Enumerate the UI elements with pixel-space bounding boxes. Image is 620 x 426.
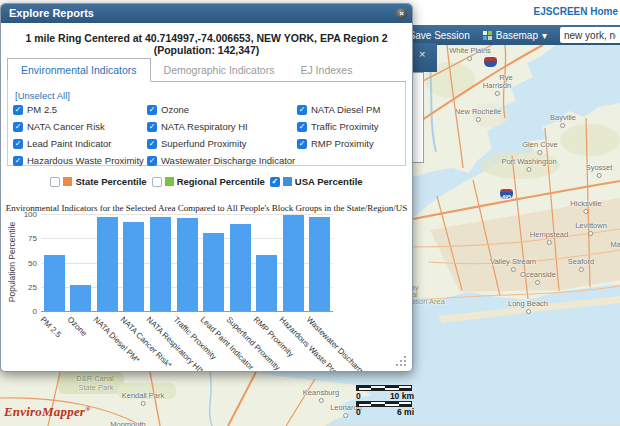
legend-checkbox[interactable] (152, 177, 162, 187)
legend-item: Regional Percentile (152, 176, 265, 187)
legend-label: State Percentile (75, 176, 146, 187)
x-axis-label: Ozone (65, 315, 88, 338)
y-axis-tick: 0 (17, 307, 37, 316)
legend-checkbox[interactable] (50, 177, 60, 187)
y-axis-label: Population Percentile (7, 217, 17, 307)
indicator-label: NATA Cancer Risk (27, 121, 105, 132)
chart-bar (256, 255, 277, 311)
scale-bar-mi (356, 401, 412, 407)
x-axis-label: Wastewater Discharge Indicator (304, 315, 390, 372)
indicator-label: Hazardous Waste Proximity (27, 155, 144, 166)
chart-bar (203, 233, 224, 311)
chart-bar (123, 222, 144, 311)
basemap-icon (483, 31, 492, 40)
x-axis-label: NATA Diesel PM* (92, 315, 142, 365)
tab-ej-indexes[interactable]: EJ Indexes (287, 59, 365, 81)
indicator-checkbox[interactable]: ✓ (147, 156, 157, 166)
background-panel-header: × (413, 43, 437, 72)
indicator-checkbox[interactable]: ✓ (297, 139, 307, 149)
indicator-panel: [Unselect All] ✓PM 2.5✓Ozone✓NATA Diesel… (7, 82, 406, 166)
indicator-checkbox[interactable]: ✓ (297, 105, 307, 115)
legend-item: State Percentile (50, 176, 146, 187)
indicator-grid: ✓PM 2.5✓Ozone✓NATA Diesel PM✓NATA Cancer… (13, 104, 400, 166)
basemap-button[interactable]: Basemap ▾ (483, 30, 547, 41)
resize-grip-icon[interactable] (404, 356, 406, 358)
chart-bar (177, 218, 198, 311)
legend-label: Regional Percentile (177, 176, 265, 187)
indicator-label: Wastewater Discharge Indicator (161, 155, 295, 166)
indicator-checkbox[interactable]: ✓ (147, 105, 157, 115)
y-axis-tick: 100 (17, 210, 37, 219)
indicator-checkbox[interactable]: ✓ (13, 156, 23, 166)
indicator-checkbox[interactable]: ✓ (13, 122, 23, 132)
chart-title: Environmental Indicators for the Selecte… (1, 203, 412, 213)
indicator-item: ✓Wastewater Discharge Indicator (147, 155, 297, 166)
indicator-item: ✓NATA Respiratory HI (147, 121, 297, 132)
legend-swatch (63, 177, 72, 186)
ejscreen-home-link[interactable]: EJSCREEN Home (534, 6, 618, 17)
indicator-label: Traffic Proximity (311, 121, 379, 132)
enviromapper-logo: EnviroMapper® (4, 404, 91, 420)
indicator-item: ✓NATA Cancer Risk (13, 121, 147, 132)
indicator-item: ✓Ozone (147, 104, 297, 115)
tab-environmental-indicators[interactable]: Environmental Indicators (7, 58, 151, 82)
report-subtitle: 1 mile Ring Centered at 40.714997,-74.00… (1, 32, 412, 56)
scale-km-start: 0 (356, 391, 361, 401)
chart-plot: 0255075100PM 2.5OzoneNATA Diesel PM*NATA… (41, 214, 333, 311)
legend-label: USA Percentile (295, 176, 363, 187)
chart-bar (230, 224, 251, 311)
chart-bar (150, 217, 171, 311)
chart-bar (97, 217, 118, 311)
indicator-checkbox[interactable]: ✓ (13, 105, 23, 115)
chart-bar (309, 217, 330, 311)
dialog-titlebar[interactable]: Explore Reports × (1, 4, 412, 23)
tabs: Environmental IndicatorsDemographic Indi… (7, 58, 406, 82)
indicator-checkbox[interactable]: ✓ (13, 139, 23, 149)
indicator-label: Superfund Proximity (161, 138, 247, 149)
y-axis-tick: 25 (17, 283, 37, 292)
indicator-item: ✓Traffic Proximity (297, 121, 400, 132)
scale-km-end: 10 km (390, 391, 414, 401)
indicator-item: ✓NATA Diesel PM (297, 104, 400, 115)
y-axis-tick: 75 (17, 234, 37, 243)
chart-bar (283, 215, 304, 311)
indicator-item: ✓PM 2.5 (13, 104, 147, 115)
scale-mi-start: 0 (356, 407, 361, 417)
indicator-checkbox[interactable]: ✓ (147, 122, 157, 132)
indicator-label: Lead Paint Indicator (27, 138, 112, 149)
legend-swatch (283, 177, 292, 186)
indicator-label: NATA Respiratory HI (161, 121, 248, 132)
registered-mark: ® (85, 405, 90, 413)
x-axis-label: PM 2.5 (39, 315, 63, 339)
legend-swatch (165, 177, 174, 186)
chart-bar (44, 255, 65, 311)
legend-checkbox[interactable]: ✓ (270, 177, 280, 187)
indicator-label: NATA Diesel PM (311, 104, 380, 115)
indicator-label: Ozone (161, 104, 189, 115)
close-icon[interactable]: × (419, 48, 425, 60)
explore-reports-dialog: Explore Reports × 1 mile Ring Centered a… (0, 3, 413, 372)
tab-demographic-indicators[interactable]: Demographic Indicators (151, 59, 288, 81)
y-axis-tick: 50 (17, 259, 37, 268)
chart-bar (70, 285, 91, 311)
indicator-label: RMP Proximity (311, 138, 374, 149)
indicator-checkbox[interactable]: ✓ (147, 139, 157, 149)
scale-bar-km (356, 385, 412, 391)
close-icon[interactable]: × (396, 8, 407, 19)
ejscreen-app: White PlainsRyeHarrisonNew RochelleBayvi… (0, 0, 620, 426)
indicator-checkbox[interactable]: ✓ (297, 122, 307, 132)
chart-gridline (41, 311, 333, 312)
map-scale-bar: 0 10 km 0 6 mi (356, 385, 414, 417)
indicator-item: ✓Lead Paint Indicator (13, 138, 147, 149)
chevron-down-icon: ▾ (542, 30, 547, 41)
scale-mi-end: 6 mi (397, 407, 414, 417)
indicator-item: ✓RMP Proximity (297, 138, 400, 149)
unselect-all-link[interactable]: [Unselect All] (15, 90, 70, 101)
indicator-item: ✓Hazardous Waste Proximity (13, 155, 147, 166)
dialog-title: Explore Reports (9, 7, 94, 19)
indicator-item: ✓Superfund Proximity (147, 138, 297, 149)
search-input[interactable] (560, 27, 620, 43)
indicator-label: PM 2.5 (27, 104, 57, 115)
chart-legend: State PercentileRegional Percentile✓USA … (1, 176, 412, 187)
legend-item: ✓USA Percentile (270, 176, 363, 187)
